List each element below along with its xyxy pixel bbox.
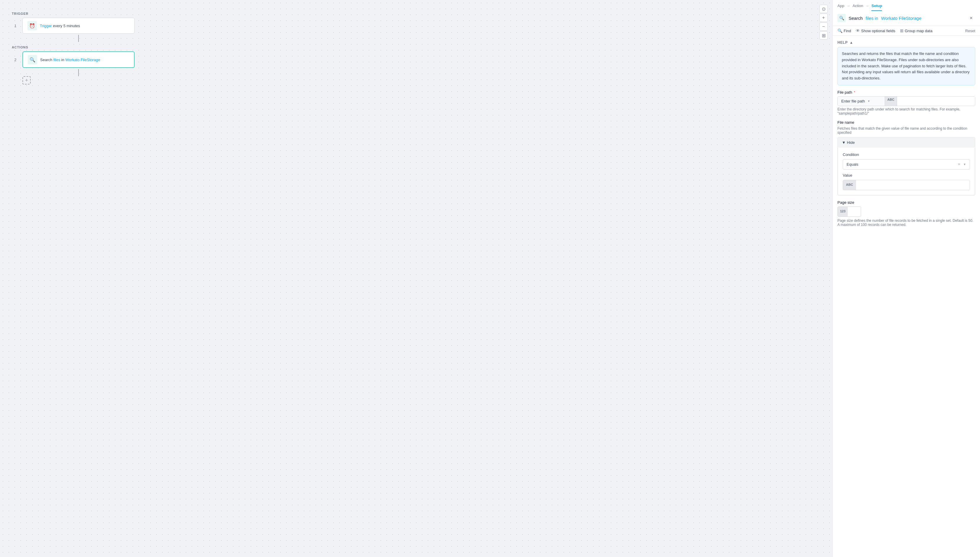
connector-2 <box>23 69 135 76</box>
help-section: HELP ▲ Searches and returns the files th… <box>837 41 975 85</box>
file-name-hint: Fetches files that match the given value… <box>837 126 975 135</box>
workflow-steps: TRIGGER 1 ⏰ Trigger every 5 minutes ACTI… <box>12 12 135 85</box>
canvas-controls: ⊙ + − ⊞ <box>819 5 828 39</box>
file-name-label-text: File name <box>837 120 854 125</box>
step1-text-suffix: every 5 minutes <box>53 24 80 28</box>
condition-chevron-icon[interactable]: ▼ <box>962 161 967 167</box>
file-path-section: File path * Enter file path ▼ ABC Enter … <box>837 90 975 116</box>
value-label: Value <box>843 173 970 178</box>
file-name-collapsible: ▼ Hide Condition Equals × ▼ <box>837 137 975 195</box>
actions-section-label: ACTIONS <box>12 46 135 49</box>
panel-header: App → Action → Setup 🔍 Search files in W… <box>833 0 980 26</box>
help-content: Searches and returns the files that matc… <box>837 47 975 85</box>
panel-title-prefix: Search <box>848 16 863 21</box>
hide-label: Hide <box>847 140 855 145</box>
connector-line-2 <box>78 69 79 76</box>
panel-body: HELP ▲ Searches and returns the files th… <box>833 36 980 557</box>
trigger-section-label: TRIGGER <box>12 12 135 15</box>
condition-select[interactable]: Equals × ▼ <box>843 159 970 169</box>
nav-arrow-2: → <box>865 4 869 8</box>
help-text: Searches and returns the files that matc… <box>842 51 970 80</box>
value-section: Value ABC <box>843 173 970 190</box>
step2-row: 2 🔍 Search files in Workato FileStorage <box>12 51 135 68</box>
connector-1 <box>23 35 135 42</box>
file-path-text-input[interactable] <box>897 96 975 106</box>
file-path-hint: Enter the directory path under which to … <box>837 107 975 116</box>
step2-link-part2: Workato FileStorage <box>65 58 100 62</box>
step2-text: Search files in Workato FileStorage <box>40 58 100 62</box>
page-size-input-row: 123 <box>837 207 861 217</box>
hide-chevron-icon: ▼ <box>842 140 846 145</box>
value-text-input[interactable] <box>856 180 970 190</box>
step2-in: in <box>62 58 65 62</box>
nav-app[interactable]: App <box>837 3 844 8</box>
zoom-in-button[interactable]: + <box>819 14 828 22</box>
nav-action[interactable]: Action <box>853 3 863 8</box>
file-path-abc-badge: ABC <box>885 96 897 106</box>
step1-node[interactable]: ⏰ Trigger every 5 minutes <box>23 18 135 34</box>
zoom-reset-button[interactable]: ⊙ <box>819 5 828 13</box>
help-toggle[interactable]: HELP ▲ <box>837 41 975 45</box>
nav-arrow-1: → <box>847 4 850 8</box>
panel-title-link-part1: files in <box>866 16 878 21</box>
group-map-data-button[interactable]: ⊞ Group map data <box>900 28 933 33</box>
file-name-collapsible-content: Condition Equals × ▼ Value <box>838 148 975 195</box>
file-path-input-row: Enter file path ▼ ABC <box>837 96 975 106</box>
zoom-out-button[interactable]: − <box>819 23 828 31</box>
step2-icon: 🔍 <box>28 55 37 64</box>
panel-toolbar: 🔍 Find 👁 Show optional fields ⊞ Group ma… <box>833 26 980 36</box>
add-step-button[interactable]: + <box>23 76 31 85</box>
reset-button[interactable]: Reset <box>965 29 975 33</box>
file-path-required: * <box>854 90 855 94</box>
show-optional-fields-button[interactable]: 👁 Show optional fields <box>856 28 895 33</box>
file-name-label: File name <box>837 120 975 125</box>
file-name-section: File name Fetches files that match the g… <box>837 120 975 195</box>
file-path-chevron-icon: ▼ <box>867 99 870 103</box>
file-path-select[interactable]: Enter file path ▼ <box>838 96 885 106</box>
condition-label: Condition <box>843 152 970 157</box>
workflow-canvas: ⊙ + − ⊞ TRIGGER 1 ⏰ Trigger every 5 minu… <box>0 0 832 557</box>
fit-view-button[interactable]: ⊞ <box>819 31 828 39</box>
panel-title-row: 🔍 Search files in Workato FileStorage × <box>837 10 975 26</box>
panel-nav: App → Action → Setup <box>837 0 975 10</box>
page-size-label: Page size <box>837 200 975 205</box>
step1-icon: ⏰ <box>28 21 37 31</box>
step2-prefix: Search <box>40 58 54 62</box>
step1-number: 1 <box>12 24 19 28</box>
condition-select-actions: × ▼ <box>957 161 970 168</box>
step1-text: Trigger every 5 minutes <box>40 24 80 28</box>
find-button[interactable]: 🔍 Find <box>837 28 851 33</box>
panel-close-button[interactable]: × <box>967 14 975 22</box>
step2-link-part1: files <box>54 58 60 62</box>
step2-number: 2 <box>12 58 19 62</box>
hide-label-row: ▼ Hide <box>842 140 855 145</box>
panel-title-link-part2: Workato FileStorage <box>881 16 921 21</box>
find-label: Find <box>843 29 851 33</box>
value-input-row: ABC <box>843 180 970 190</box>
step1-row: 1 ⏰ Trigger every 5 minutes <box>12 18 135 34</box>
file-path-placeholder: Enter file path <box>841 99 865 103</box>
condition-clear-icon[interactable]: × <box>957 161 961 168</box>
value-abc-badge: ABC <box>843 180 856 190</box>
step1-trigger-word: Trigger <box>40 24 52 28</box>
condition-value: Equals <box>843 160 957 169</box>
file-path-label-text: File path <box>837 90 852 94</box>
condition-section: Condition Equals × ▼ <box>843 152 970 169</box>
panel-title: 🔍 Search files in Workato FileStorage <box>837 14 921 22</box>
optional-fields-icon: 👁 <box>856 28 860 33</box>
help-label: HELP <box>837 41 848 45</box>
file-name-hide-button[interactable]: ▼ Hide <box>838 137 975 148</box>
group-map-icon: ⊞ <box>900 28 904 33</box>
nav-setup[interactable]: Setup <box>871 3 882 11</box>
help-chevron-icon: ▲ <box>850 41 853 45</box>
page-size-badge: 123 <box>838 207 848 217</box>
page-size-section: Page size 123 Page size defines the numb… <box>837 200 975 227</box>
group-map-label: Group map data <box>905 29 933 33</box>
connector-line-1 <box>78 35 79 42</box>
page-size-input[interactable] <box>848 207 861 217</box>
file-path-label: File path * <box>837 90 975 94</box>
panel-title-icon: 🔍 <box>837 14 846 22</box>
page-size-hint: Page size defines the number of file rec… <box>837 218 975 227</box>
show-optional-label: Show optional fields <box>861 29 895 33</box>
step2-node[interactable]: 🔍 Search files in Workato FileStorage <box>23 51 135 68</box>
